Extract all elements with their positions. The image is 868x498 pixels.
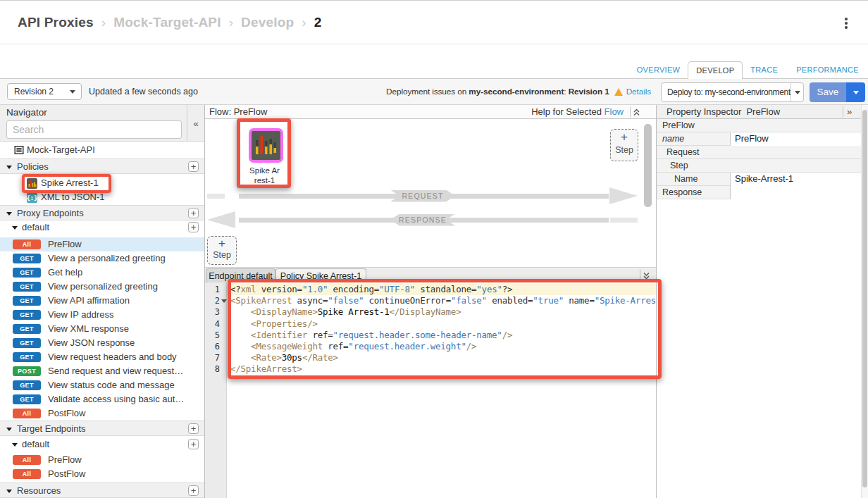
code-line-3: <DisplayName>Spike Arrest-1</DisplayName…	[227, 306, 656, 318]
tab-trace[interactable]: TRACE	[750, 61, 778, 78]
tree-flow-label: PostFlow	[48, 467, 85, 481]
tree-flow-view-json-response[interactable]: GETView JSON response	[0, 336, 204, 350]
tab-overview[interactable]: OVERVIEW	[637, 61, 681, 78]
tree-flow-send-request-and-view-request-[interactable]: POSTSend request and view request…	[0, 364, 204, 378]
breadcrumb-item: 2	[314, 15, 322, 30]
xml-to-json-icon: {:}	[27, 192, 37, 203]
spike-arrest-icon	[27, 178, 37, 189]
deploy-select[interactable]: Deploy to: my-second-environment	[661, 82, 804, 102]
tree-item-xml-to-json-1[interactable]: {:}XML to JSON-1	[0, 190, 204, 204]
add-step-button-response[interactable]: + Step	[207, 236, 237, 265]
tree-flow-view-a-personalized-greeting[interactable]: GETView a personalized greeting	[0, 251, 204, 266]
tree-flow-view-api-affirmation[interactable]: GETView API affirmation	[0, 294, 204, 308]
breadcrumb-item[interactable]: Develop	[241, 15, 294, 30]
editor-code-area[interactable]: <?xml version="1.0" encoding="UTF-8" sta…	[227, 282, 656, 498]
response-line-stub	[610, 218, 638, 223]
add-button[interactable]: +	[188, 485, 199, 496]
flow-help-link[interactable]: Flow	[604, 106, 624, 117]
tree-subsection-default[interactable]: default+	[0, 437, 204, 452]
line-number: 4	[206, 318, 220, 330]
pi-value[interactable]	[730, 186, 861, 199]
tree-section-proxy-endpoints[interactable]: Proxy Endpoints+	[0, 205, 204, 220]
tree-section-target-endpoints[interactable]: Target Endpoints+	[0, 421, 204, 436]
tree-flow-validate-access-using-basic-aut-[interactable]: GETValidate access using basic aut…	[0, 392, 204, 406]
expand-inspector-button[interactable]: »	[843, 106, 855, 118]
tree-flow-view-request-headers-and-body[interactable]: GETView request headers and body	[0, 350, 204, 364]
caret-down-icon	[6, 166, 12, 169]
deployment-revision: Revision 1	[569, 87, 609, 97]
pi-label: Response	[662, 186, 702, 199]
tree-flow-view-status-code-and-message[interactable]: GETView status code and message	[0, 378, 204, 392]
tree-section-resources[interactable]: Resources+	[0, 483, 204, 498]
flow-help: Help for Selected Flow	[531, 105, 624, 118]
tab-performance[interactable]: PERFORMANCE	[796, 61, 859, 78]
page-scrollbar-thumb[interactable]	[862, 110, 867, 487]
add-button[interactable]: +	[188, 161, 199, 172]
spike-arrest-node[interactable]	[249, 128, 283, 163]
tree-flow-postflow[interactable]: AllPostFlow	[0, 406, 204, 421]
pi-row-response[interactable]: Response	[657, 186, 861, 199]
add-button[interactable]: +	[188, 439, 199, 449]
search-input[interactable]	[6, 120, 182, 139]
request-label: REQUEST	[390, 190, 455, 202]
fold-marker-icon[interactable]	[221, 299, 227, 303]
breadcrumb-item[interactable]: Mock-Target-API	[113, 15, 221, 30]
collapse-flow-button[interactable]	[630, 106, 642, 118]
code-tab-bar: Endpoint defaultPolicy Spike Arrest-1	[205, 268, 656, 282]
add-step-button-request[interactable]: + Step	[610, 129, 638, 161]
tree-flow-view-xml-response[interactable]: GETView XML response	[0, 322, 204, 336]
add-button[interactable]: +	[188, 208, 199, 218]
tree-subsection-default[interactable]: default+	[0, 220, 204, 235]
tree-flow-view-ip-address[interactable]: GETView IP address	[0, 308, 204, 322]
tree-section-policies[interactable]: Policies+	[0, 158, 204, 174]
pi-value[interactable]: PreFlow	[730, 132, 861, 146]
apigee-develop-page: API Proxies›Mock-Target-API›Develop›2 OV…	[0, 0, 868, 498]
code-editor[interactable]: 12345678 <?xml version="1.0" encoding="U…	[205, 282, 656, 498]
code-tab-endpoint-default[interactable]: Endpoint default	[206, 268, 275, 282]
details-link[interactable]: Details	[626, 87, 651, 97]
tab-bar: OVERVIEWDEVELOPTRACEPERFORMANCE	[637, 61, 859, 78]
tree-flow-view-personalized-greeting[interactable]: GETView personalized greeting	[0, 280, 204, 294]
code-line-6: <MessageWeight ref="request.header.weigh…	[227, 341, 656, 352]
code-line-8: </SpikeArrest>	[227, 363, 656, 375]
code-line-1: <?xml version="1.0" encoding="UTF-8" sta…	[227, 284, 656, 295]
line-number: 1	[206, 284, 220, 295]
tree-flow-preflow[interactable]: AllPreFlow	[0, 237, 204, 251]
pi-value[interactable]: Spike-Arrest-1	[730, 173, 861, 186]
breadcrumb-separator: ›	[229, 15, 233, 30]
collapse-sidebar-button[interactable]: «	[187, 105, 204, 142]
code-panel: Endpoint defaultPolicy Spike Arrest-1 12…	[205, 268, 656, 498]
plus-icon: +	[611, 130, 638, 145]
chevron-down-icon	[795, 91, 800, 94]
add-button[interactable]: +	[188, 423, 199, 434]
chevron-double-down-icon	[643, 272, 650, 280]
code-tab-policy-spike-arrest-1[interactable]: Policy Spike Arrest-1	[275, 268, 366, 282]
collapse-code-button[interactable]	[640, 270, 652, 281]
add-button[interactable]: +	[188, 222, 199, 232]
pi-row-name[interactable]: namePreFlow	[657, 132, 861, 146]
tab-develop[interactable]: DEVELOP	[688, 61, 743, 79]
revision-select[interactable]: Revision 2	[7, 83, 82, 100]
tree-flow-preflow[interactable]: AllPreFlow	[0, 453, 204, 467]
tree-flow-postflow[interactable]: AllPostFlow	[0, 467, 204, 481]
navigator-title: Navigator	[6, 107, 47, 118]
save-menu-button[interactable]	[846, 82, 865, 102]
pi-row-name[interactable]: NameSpike-Arrest-1	[657, 173, 861, 186]
tree-item-spike-arrest-1[interactable]: Spike Arrest-1	[0, 176, 204, 190]
step-button-label: Step	[208, 250, 236, 260]
breadcrumb-item[interactable]: API Proxies	[18, 15, 94, 30]
method-badge: GET	[13, 296, 41, 306]
breadcrumb: API Proxies›Mock-Target-API›Develop›2	[18, 1, 321, 44]
navigator-header: Navigator «	[0, 105, 204, 142]
flow-scrollbar-thumb[interactable]	[644, 124, 652, 207]
deploy-select-arrow[interactable]	[790, 83, 803, 101]
flow-title: Flow: PreFlow	[209, 105, 267, 118]
spike-arrest-icon	[252, 131, 280, 160]
save-button[interactable]: Save	[810, 82, 846, 102]
method-badge: GET	[13, 394, 41, 404]
method-badge: GET	[13, 254, 41, 263]
kebab-menu-icon[interactable]	[841, 15, 851, 31]
line-number: 5	[206, 330, 220, 341]
tree-flow-get-help[interactable]: GETGet help	[0, 266, 204, 280]
tree-item-mock-target-api[interactable]: Mock-Target-API	[0, 143, 204, 157]
